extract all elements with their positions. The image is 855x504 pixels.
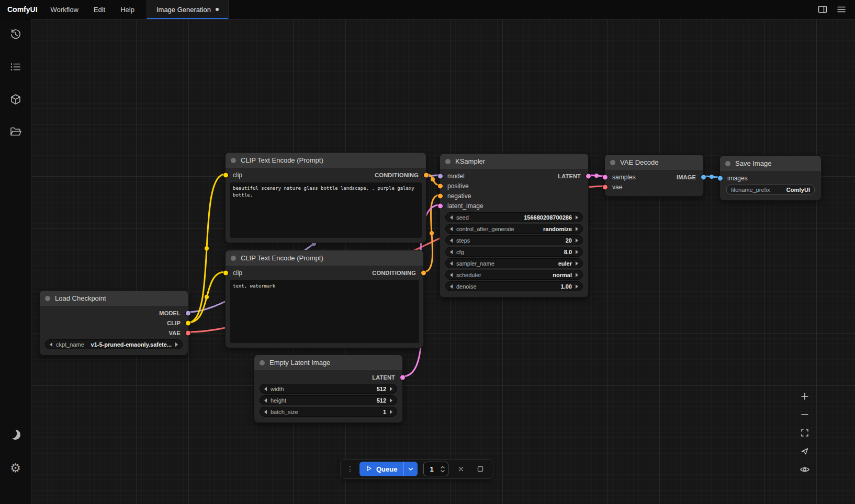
- drag-handle-icon[interactable]: [346, 464, 354, 474]
- prev-arrow-icon[interactable]: [450, 215, 453, 220]
- widget-label: steps: [456, 237, 470, 244]
- prev-arrow-icon[interactable]: [450, 284, 453, 289]
- input-port-clip[interactable]: [223, 173, 228, 177]
- node-load-checkpoint[interactable]: Load Checkpoint MODEL CLIP VAE ckpt_name…: [39, 290, 188, 356]
- widget-width[interactable]: width 512: [260, 384, 397, 394]
- widget-cfg[interactable]: cfg 8.0: [445, 247, 583, 257]
- node-header[interactable]: CLIP Text Encode (Prompt): [226, 250, 423, 266]
- output-port-clip[interactable]: [186, 320, 190, 325]
- widget-sampler-name[interactable]: sampler_name euler: [445, 258, 583, 268]
- prev-arrow-icon[interactable]: [450, 250, 453, 254]
- fit-view-icon[interactable]: [800, 428, 810, 438]
- prompt-textarea[interactable]: text, watermark: [230, 280, 419, 343]
- tab-image-generation[interactable]: Image Generation: [147, 0, 229, 19]
- menu-help[interactable]: Help: [118, 6, 137, 14]
- prev-arrow-icon[interactable]: [264, 387, 267, 391]
- node-header[interactable]: Load Checkpoint: [40, 291, 188, 306]
- input-port-images[interactable]: [718, 176, 723, 180]
- next-arrow-icon[interactable]: [390, 410, 392, 414]
- collapse-dot-icon[interactable]: [231, 158, 236, 163]
- zoom-in-icon[interactable]: [800, 391, 810, 402]
- next-arrow-icon[interactable]: [576, 284, 578, 289]
- pointer-mode-icon[interactable]: [800, 446, 810, 456]
- node-vae-decode[interactable]: VAE Decode samples IMAGE vae: [604, 154, 704, 197]
- queue-options-button[interactable]: [404, 462, 418, 476]
- node-header[interactable]: Save Image: [720, 156, 821, 171]
- output-port-image[interactable]: [701, 175, 706, 179]
- output-port-latent[interactable]: [400, 375, 405, 380]
- input-port-vae[interactable]: [603, 185, 608, 189]
- output-port-vae[interactable]: [186, 330, 190, 335]
- next-arrow-icon[interactable]: [576, 273, 578, 277]
- theme-toggle-moon-icon[interactable]: [9, 428, 22, 441]
- batch-count-input[interactable]: 1: [423, 462, 448, 476]
- collapse-dot-icon[interactable]: [260, 360, 265, 365]
- collapse-dot-icon[interactable]: [231, 256, 236, 261]
- input-port-samples[interactable]: [603, 175, 608, 179]
- next-arrow-icon[interactable]: [390, 387, 392, 391]
- queue-list-icon[interactable]: [9, 60, 22, 74]
- widget-ckpt-name[interactable]: ckpt_name v1-5-pruned-emaonly.safete...: [45, 339, 183, 349]
- menu-workflow[interactable]: Workflow: [48, 6, 81, 14]
- prev-arrow-icon[interactable]: [450, 238, 453, 243]
- node-clip-text-encode-positive[interactable]: CLIP Text Encode (Prompt) clip CONDITION…: [225, 152, 426, 243]
- batch-stepper-buttons[interactable]: [440, 466, 445, 473]
- next-arrow-icon[interactable]: [175, 342, 178, 347]
- node-header[interactable]: CLIP Text Encode (Prompt): [226, 153, 426, 168]
- input-port-negative[interactable]: [438, 193, 443, 198]
- workflow-history-icon[interactable]: [9, 28, 22, 41]
- widget-denoise[interactable]: denoise 1.00: [445, 281, 583, 291]
- hamburger-menu-icon[interactable]: [834, 2, 849, 17]
- stop-square-icon[interactable]: [474, 462, 487, 476]
- menu-edit[interactable]: Edit: [91, 6, 108, 14]
- widget-control-after-generate[interactable]: control_after_generate randomize: [445, 224, 583, 234]
- widget-steps[interactable]: steps 20: [445, 235, 583, 245]
- settings-gear-icon[interactable]: [9, 461, 22, 475]
- widget-height[interactable]: height 512: [260, 395, 397, 405]
- output-port-conditioning[interactable]: [421, 270, 426, 275]
- output-port-latent[interactable]: [586, 174, 591, 178]
- next-arrow-icon[interactable]: [390, 398, 392, 403]
- next-arrow-icon[interactable]: [576, 261, 578, 266]
- next-arrow-icon[interactable]: [576, 250, 578, 254]
- input-port-positive[interactable]: [438, 184, 443, 188]
- collapse-dot-icon[interactable]: [45, 296, 50, 301]
- prev-arrow-icon[interactable]: [264, 398, 267, 403]
- widget-batch-size[interactable]: batch_size 1: [260, 407, 397, 417]
- prev-arrow-icon[interactable]: [264, 410, 267, 414]
- output-port-model[interactable]: [186, 311, 190, 315]
- output-port-conditioning[interactable]: [424, 173, 429, 177]
- cancel-x-icon[interactable]: [454, 462, 468, 476]
- node-header[interactable]: VAE Decode: [605, 155, 703, 170]
- next-arrow-icon[interactable]: [576, 215, 578, 220]
- collapse-dot-icon[interactable]: [445, 159, 451, 164]
- next-arrow-icon[interactable]: [576, 238, 578, 243]
- queue-button[interactable]: Queue: [359, 462, 403, 476]
- input-port-clip[interactable]: [223, 270, 228, 275]
- node-clip-text-encode-negative[interactable]: CLIP Text Encode (Prompt) clip CONDITION…: [225, 250, 424, 348]
- node-header[interactable]: KSampler: [440, 154, 588, 169]
- toggle-panel-icon[interactable]: [815, 2, 830, 17]
- widget-seed[interactable]: seed 156680208700286: [445, 212, 583, 222]
- widget-scheduler[interactable]: scheduler normal: [445, 270, 583, 280]
- next-arrow-icon[interactable]: [576, 227, 578, 231]
- input-port-latent-image[interactable]: [438, 203, 443, 208]
- node-graph-canvas[interactable]: Load Checkpoint MODEL CLIP VAE ckpt_name…: [31, 19, 855, 504]
- node-header[interactable]: Empty Latent Image: [254, 355, 402, 370]
- workflows-folder-icon[interactable]: [9, 125, 22, 139]
- collapse-dot-icon[interactable]: [725, 161, 730, 166]
- node-ksampler[interactable]: KSampler model LATENT positive negative …: [440, 153, 589, 297]
- model-library-icon[interactable]: [9, 93, 22, 106]
- prev-arrow-icon[interactable]: [50, 342, 52, 347]
- prev-arrow-icon[interactable]: [450, 227, 453, 231]
- input-port-model[interactable]: [438, 174, 443, 178]
- node-save-image[interactable]: Save Image images filename_prefix ComfyU…: [719, 155, 822, 201]
- node-empty-latent-image[interactable]: Empty Latent Image LATENT width 512 heig…: [254, 354, 403, 423]
- prompt-textarea[interactable]: beautiful scenery nature glass bottle la…: [230, 182, 422, 238]
- collapse-dot-icon[interactable]: [610, 160, 615, 165]
- toggle-visibility-eye-icon[interactable]: [800, 464, 810, 475]
- prev-arrow-icon[interactable]: [450, 261, 453, 266]
- zoom-out-icon[interactable]: [800, 409, 810, 420]
- prev-arrow-icon[interactable]: [450, 273, 453, 277]
- widget-filename-prefix[interactable]: filename_prefix ComfyUI: [726, 185, 815, 194]
